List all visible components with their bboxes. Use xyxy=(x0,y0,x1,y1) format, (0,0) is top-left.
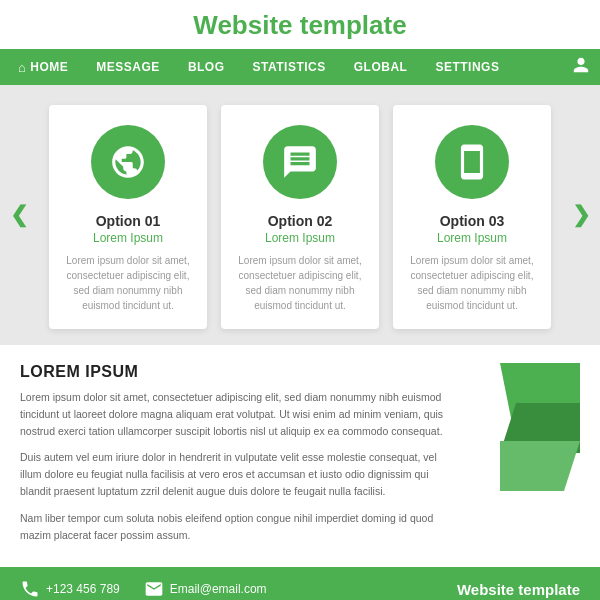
content-paragraph-3: Nam liber tempor cum soluta nobis eleife… xyxy=(20,510,450,544)
card-3: Option 03 Lorem Ipsum Lorem ipsum dolor … xyxy=(393,105,551,329)
title-normal: template xyxy=(293,10,407,40)
nav-message[interactable]: MESSAGE xyxy=(82,49,174,85)
shape-bot xyxy=(500,441,580,491)
card-1: Option 01 Lorem Ipsum Lorem ipsum dolor … xyxy=(49,105,207,329)
footer-phone: +123 456 789 xyxy=(20,579,120,599)
email-address: Email@email.com xyxy=(170,582,267,596)
arrow-right-button[interactable]: ❯ xyxy=(572,202,590,228)
card-2-text: Lorem ipsum dolor sit amet, consectetuer… xyxy=(235,253,365,313)
card-1-subtitle: Lorem Ipsum xyxy=(93,231,163,245)
nav-blog[interactable]: BLOG xyxy=(174,49,239,85)
arrow-left-button[interactable]: ❮ xyxy=(10,202,28,228)
card-3-subtitle: Lorem Ipsum xyxy=(437,231,507,245)
title-bold: Website xyxy=(193,10,292,40)
email-icon xyxy=(144,579,164,599)
nav-global[interactable]: GLOBAL xyxy=(340,49,422,85)
content-heading: LOREM IPSUM xyxy=(20,363,450,381)
card-1-title: Option 01 xyxy=(96,213,161,229)
footer-brand: Website template xyxy=(457,581,580,598)
navbar: ⌂ HOME MESSAGE BLOG STATISTICS GLOBAL SE… xyxy=(0,49,600,85)
page-title: Website template xyxy=(0,10,600,41)
chat-icon xyxy=(281,143,319,181)
content-paragraph-2: Duis autem vel eum iriure dolor in hendr… xyxy=(20,449,450,499)
nav-items: ⌂ HOME MESSAGE BLOG STATISTICS GLOBAL SE… xyxy=(10,49,572,85)
phone-number: +123 456 789 xyxy=(46,582,120,596)
content-text: LOREM IPSUM Lorem ipsum dolor sit amet, … xyxy=(20,363,470,553)
footer-brand-bold: template xyxy=(518,581,580,598)
card-2-title: Option 02 xyxy=(268,213,333,229)
card-2-subtitle: Lorem Ipsum xyxy=(265,231,335,245)
cards-container: Option 01 Lorem Ipsum Lorem ipsum dolor … xyxy=(49,105,551,329)
card-2-icon-circle xyxy=(263,125,337,199)
card-3-title: Option 03 xyxy=(440,213,505,229)
content-paragraph-1: Lorem ipsum dolor sit amet, consectetuer… xyxy=(20,389,450,439)
card-2: Option 02 Lorem Ipsum Lorem ipsum dolor … xyxy=(221,105,379,329)
footer: +123 456 789 Email@email.com Website tem… xyxy=(0,567,600,600)
header: Website template xyxy=(0,0,600,49)
phone-icon xyxy=(20,579,40,599)
card-3-text: Lorem ipsum dolor sit amet, consectetuer… xyxy=(407,253,537,313)
home-icon: ⌂ xyxy=(18,60,26,75)
mobile-icon xyxy=(453,143,491,181)
card-3-icon-circle xyxy=(435,125,509,199)
nav-home[interactable]: ⌂ HOME xyxy=(10,49,82,85)
footer-email: Email@email.com xyxy=(144,579,457,599)
user-icon[interactable] xyxy=(572,56,590,79)
content-3d-shapes xyxy=(470,363,580,553)
card-1-icon-circle xyxy=(91,125,165,199)
carousel-section: ❮ Option 01 Lorem Ipsum Lorem ipsum dolo… xyxy=(0,85,600,345)
nav-settings[interactable]: SETTINGS xyxy=(421,49,513,85)
nav-statistics[interactable]: STATISTICS xyxy=(239,49,340,85)
content-section: LOREM IPSUM Lorem ipsum dolor sit amet, … xyxy=(0,345,600,567)
card-1-text: Lorem ipsum dolor sit amet, consectetuer… xyxy=(63,253,193,313)
footer-brand-normal: Website xyxy=(457,581,518,598)
shape-container xyxy=(470,363,580,493)
globe-icon xyxy=(109,143,147,181)
